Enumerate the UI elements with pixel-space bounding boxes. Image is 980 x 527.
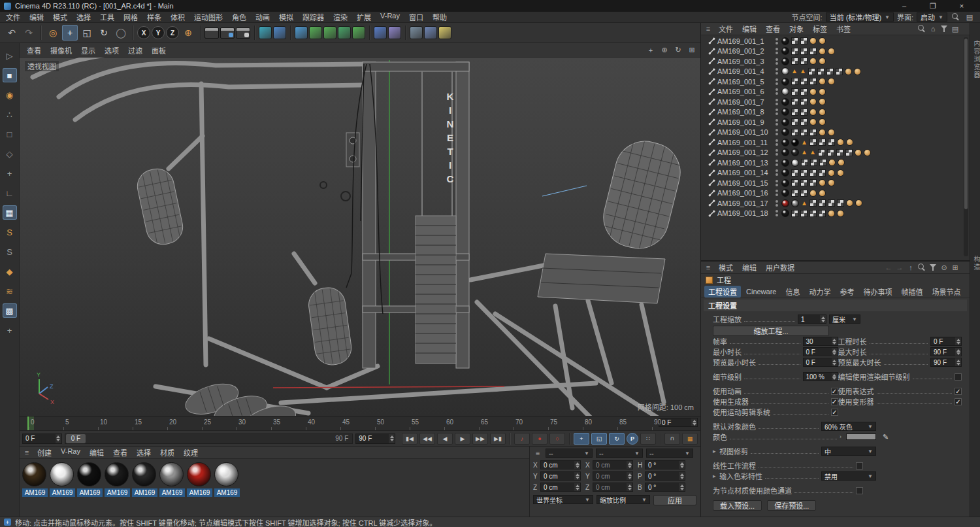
uv-tag[interactable] [819, 159, 826, 166]
menu-渲染[interactable]: 渲染 [329, 12, 352, 22]
warning-icon[interactable]: ▲ [801, 139, 808, 146]
model-mode-icon[interactable]: ■ [3, 68, 17, 82]
value-field[interactable]: 1 [798, 314, 826, 324]
warning-icon[interactable]: ▲ [801, 200, 808, 207]
visibility-dot[interactable] [776, 143, 778, 146]
material-tag[interactable] [781, 169, 789, 177]
phong-tag[interactable] [828, 78, 835, 85]
material-sphere[interactable] [77, 462, 101, 486]
warning-icon[interactable]: ▲ [801, 149, 808, 156]
visibility-dots[interactable] [776, 210, 778, 216]
uv-tag[interactable] [837, 199, 844, 207]
stepper[interactable] [679, 472, 685, 480]
uv-tag[interactable] [800, 88, 808, 95]
subdivision-surface-icon[interactable] [259, 26, 272, 39]
tweak-mode-icon[interactable]: + [3, 166, 17, 180]
material-tag[interactable] [781, 118, 789, 126]
checkbox[interactable] [856, 462, 863, 469]
object-name[interactable]: AM169_001_13 [717, 159, 774, 167]
uv-tag[interactable] [809, 129, 817, 136]
stepper[interactable] [832, 358, 838, 366]
material-tag[interactable] [781, 58, 789, 65]
material-tag[interactable] [781, 139, 789, 146]
visibility-dot[interactable] [776, 214, 778, 216]
dropdown[interactable]: 中▼ [821, 447, 876, 456]
uv-tag[interactable] [800, 58, 808, 65]
key-rotation-toggle[interactable]: ↻ [609, 433, 625, 445]
stepper[interactable] [832, 348, 838, 356]
expander-icon[interactable]: ▸ [713, 448, 719, 454]
phong-tag[interactable] [837, 139, 844, 146]
object-name[interactable]: AM169_001_8 [717, 108, 774, 116]
apply-button[interactable]: 应用 [653, 495, 696, 505]
uv-tag[interactable] [809, 78, 817, 85]
prev-key-button[interactable]: ◀◀ [419, 433, 435, 445]
coordinate-header-dropdown[interactable]: --▼ [646, 449, 693, 458]
visibility-dot[interactable] [776, 42, 778, 44]
phong-tag[interactable] [828, 179, 835, 186]
uv-tag[interactable] [800, 109, 808, 116]
scale-tool-icon[interactable]: ◱ [79, 25, 95, 41]
visibility-dot[interactable] [776, 38, 778, 41]
value-field[interactable]: 0 ° [645, 460, 685, 469]
menu-文件[interactable]: 文件 [714, 24, 738, 34]
checkbox[interactable] [955, 388, 962, 395]
uv-tag[interactable] [791, 210, 798, 217]
dock-tab-构造[interactable]: 构造 [972, 256, 980, 271]
redo-icon[interactable]: ↷ [21, 25, 37, 41]
uv-tag[interactable] [809, 139, 817, 146]
menu-摄像机[interactable]: 摄像机 [46, 45, 76, 56]
stepper[interactable] [389, 434, 395, 443]
polygon-mode-icon[interactable]: ◇ [3, 146, 17, 161]
checkbox[interactable] [831, 398, 838, 405]
material-tag[interactable] [781, 148, 789, 156]
current-frame-field[interactable]: 0 F [659, 418, 698, 427]
menu-跟踪器[interactable]: 跟踪器 [298, 12, 329, 22]
home-icon[interactable]: ⌂ [928, 24, 938, 33]
material-item[interactable]: AM169 [214, 462, 240, 497]
value-field[interactable]: 0 cm [540, 460, 581, 469]
checkbox[interactable] [856, 487, 863, 494]
object-row[interactable]: AM169_001_17▲ [701, 198, 962, 209]
menu-V-Ray[interactable]: V-Ray [376, 12, 404, 22]
value-field[interactable]: 0 cm [593, 483, 633, 492]
search-icon[interactable] [951, 12, 961, 22]
primitive-cube-icon[interactable] [295, 26, 308, 39]
visibility-dot[interactable] [776, 92, 778, 95]
uv-tag[interactable] [819, 139, 826, 146]
phong-tag[interactable] [819, 190, 826, 197]
visibility-dot[interactable] [776, 103, 778, 105]
visibility-dot[interactable] [776, 129, 778, 131]
stepper[interactable] [820, 315, 826, 323]
uv-tag[interactable] [791, 179, 798, 186]
uv-tag[interactable] [808, 68, 815, 75]
uv-tag[interactable] [800, 129, 808, 136]
visibility-dots[interactable] [776, 169, 778, 176]
uv-tag[interactable] [818, 149, 825, 156]
menu-编辑[interactable]: 编辑 [25, 12, 48, 22]
tab-场景节点[interactable]: 场景节点 [928, 286, 964, 298]
rotate-view-icon[interactable]: ↻ [672, 45, 684, 56]
uv-tag[interactable] [791, 88, 798, 95]
phong-tag[interactable] [809, 118, 817, 126]
material-tag[interactable] [791, 148, 799, 156]
phong-tag[interactable] [819, 37, 826, 44]
end-frame-field[interactable]: 90 F [355, 434, 395, 444]
visibility-dot[interactable] [776, 180, 778, 182]
material-label[interactable]: AM169 [159, 488, 185, 497]
phong-tag[interactable] [809, 109, 817, 116]
texture-mode-icon[interactable]: ◉ [3, 88, 17, 102]
stepper[interactable] [627, 472, 632, 480]
material-tag[interactable] [781, 199, 789, 207]
visibility-dot[interactable] [776, 112, 778, 115]
object-name[interactable]: AM169_001_3 [717, 58, 774, 65]
generator-icon[interactable] [309, 26, 322, 39]
menu-材质[interactable]: 材质 [155, 447, 179, 458]
deformer-icon[interactable] [323, 26, 336, 39]
material-tag[interactable] [781, 98, 789, 106]
object-name[interactable]: AM169_001_10 [717, 128, 774, 136]
material-label[interactable]: AM169 [50, 488, 75, 497]
magnet-icon[interactable]: ∪ [664, 433, 680, 445]
menu-网格[interactable]: 网格 [119, 12, 142, 22]
uv-tag[interactable] [791, 118, 798, 126]
